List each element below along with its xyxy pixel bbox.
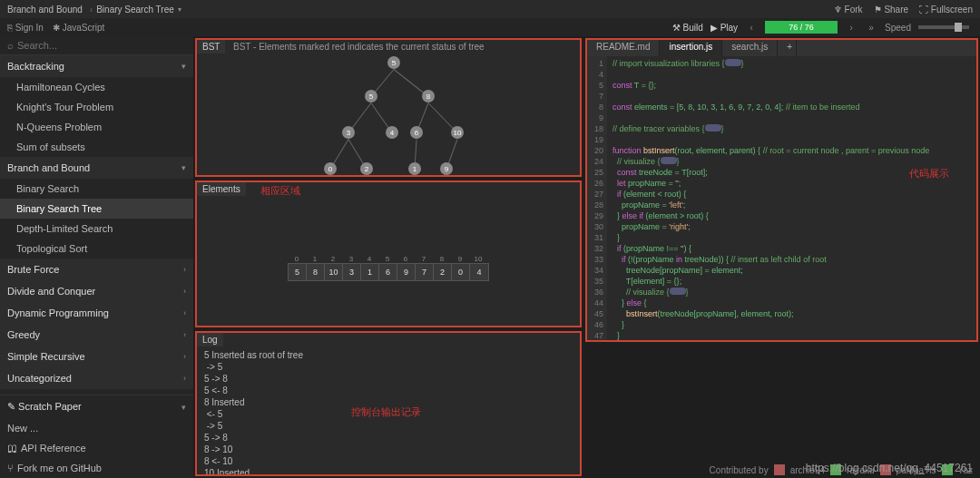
- fork-link[interactable]: ♆ Fork: [834, 5, 863, 15]
- play-button[interactable]: ▶ Play: [710, 23, 738, 33]
- elem-cell[interactable]: 8: [307, 264, 325, 280]
- elem-cell[interactable]: 9: [397, 264, 416, 280]
- tree-node[interactable]: 2: [360, 162, 373, 175]
- sidebar-group-branch-and-bound[interactable]: Branch and Bound▾: [0, 157, 193, 179]
- sidebar-group-divide-and-conquer[interactable]: Divide and Conquer›: [0, 280, 193, 302]
- line-number: 47: [591, 330, 603, 340]
- sidebar-item-binary-search-tree[interactable]: Binary Search Tree: [0, 199, 193, 219]
- line-number: 36: [591, 287, 603, 298]
- progress-bar[interactable]: 76 / 76: [765, 21, 838, 34]
- language-select[interactable]: ✱ JavaScript: [53, 23, 104, 33]
- tab-README-md[interactable]: README.md: [587, 40, 660, 56]
- elem-index: 10: [469, 255, 487, 263]
- tree-node[interactable]: 4: [386, 126, 398, 139]
- log-line: 5 <- 8: [204, 385, 573, 396]
- line-number: 46: [591, 319, 603, 330]
- search-input[interactable]: [17, 40, 186, 51]
- line-number: 44: [591, 298, 603, 308]
- sidebar-item-sum-of-subsets[interactable]: Sum of subsets: [0, 137, 193, 157]
- sidebar-group-backtracking[interactable]: Backtracking▾: [0, 55, 193, 77]
- sidebar-group-simple-recursive[interactable]: Simple Recursive›: [0, 346, 193, 367]
- line-number: 26: [591, 178, 603, 189]
- line-number: 19: [591, 134, 603, 145]
- sidebar-item-topological-sort[interactable]: Topological Sort: [0, 239, 193, 259]
- elem-index: 2: [324, 255, 342, 263]
- log-line: -> 5: [204, 361, 573, 373]
- tree-node[interactable]: 5: [387, 56, 400, 69]
- sidebar-group-uncategorized[interactable]: Uncategorized›: [0, 367, 193, 389]
- log-line: 5 -> 8: [204, 373, 573, 385]
- sidebar-item-n-queens-problem[interactable]: N-Queens Problem: [0, 117, 193, 137]
- sidebar-group-dynamic-programming[interactable]: Dynamic Programming›: [0, 302, 193, 324]
- line-number: 1: [591, 58, 603, 69]
- log-line: -> 5: [204, 420, 573, 432]
- elem-cell[interactable]: 6: [379, 264, 397, 280]
- elem-index: 6: [397, 255, 415, 263]
- sidebar-group-brute-force[interactable]: Brute Force›: [0, 259, 193, 280]
- elements-title: Elements: [197, 182, 246, 196]
- elem-cell[interactable]: 0: [452, 264, 470, 280]
- log-annotation: 控制台输出记录: [351, 405, 421, 419]
- elem-cell[interactable]: 7: [416, 264, 434, 280]
- elem-cell[interactable]: 1: [361, 264, 379, 280]
- share-link[interactable]: ⚑ Share: [874, 5, 908, 15]
- tree-node[interactable]: 5: [365, 90, 377, 102]
- line-number: 27: [591, 189, 603, 200]
- elem-index: 0: [288, 255, 306, 263]
- code-annotation: 代码展示: [909, 167, 949, 180]
- breadcrumb-b[interactable]: Binary Search Tree: [96, 5, 174, 15]
- elem-cell[interactable]: 3: [343, 264, 361, 280]
- line-number: 8: [591, 102, 603, 112]
- tree-node[interactable]: 8: [422, 90, 435, 102]
- sidebar-item-depth-limited-search[interactable]: Depth-Limited Search: [0, 219, 193, 239]
- elem-cell[interactable]: 10: [325, 264, 343, 280]
- skip-end-button[interactable]: »: [865, 23, 877, 33]
- elem-cell[interactable]: 5: [289, 264, 307, 280]
- scratch-paper-header[interactable]: ✎ Scratch Paper▾: [0, 395, 193, 418]
- new-scratch[interactable]: New ...: [0, 418, 193, 438]
- log-line: 8 -> 10: [204, 444, 573, 455]
- line-number: 18: [591, 123, 603, 134]
- elem-cell[interactable]: 2: [434, 264, 452, 280]
- tree-node[interactable]: 6: [410, 126, 423, 139]
- signin-button[interactable]: ⎘ Sign In: [7, 23, 44, 33]
- tree-node[interactable]: 10: [451, 126, 464, 139]
- line-number: 45: [591, 308, 603, 319]
- step-back-button[interactable]: ‹: [745, 23, 758, 33]
- log-panel: Log 控制台输出记录 5 Inserted as root of tree -…: [195, 331, 582, 476]
- add-tab-button[interactable]: +: [778, 40, 797, 56]
- build-button[interactable]: ⚒ Build: [672, 23, 703, 33]
- breadcrumb-a[interactable]: Branch and Bound: [7, 5, 83, 15]
- breadcrumb-sep: ›: [90, 5, 93, 15]
- speed-slider[interactable]: [918, 25, 969, 29]
- tab-search-js[interactable]: search.js: [722, 40, 778, 56]
- sidebar-item-knight-s-tour-problem[interactable]: Knight's Tour Problem: [0, 97, 193, 117]
- elem-index: 9: [451, 255, 469, 263]
- tab-insertion-js[interactable]: insertion.js: [660, 40, 722, 56]
- fullscreen-link[interactable]: ⛶ Fullscreen: [919, 5, 973, 15]
- line-number: 20: [591, 145, 603, 156]
- code-editor[interactable]: // import visualization libraries {} con…: [607, 56, 935, 340]
- fork-github[interactable]: ⑂Fork me on GitHub: [0, 458, 193, 478]
- elem-index: 7: [415, 255, 433, 263]
- sidebar-item-hamiltonean-cycles[interactable]: Hamiltonean Cycles: [0, 77, 193, 97]
- api-reference[interactable]: 🕮API Reference: [0, 438, 193, 458]
- sidebar-item-binary-search[interactable]: Binary Search: [0, 179, 193, 199]
- tree-node[interactable]: 1: [408, 162, 421, 175]
- breadcrumb-caret[interactable]: ▾: [178, 5, 181, 14]
- elem-index: 1: [306, 255, 324, 263]
- log-line: 8 <- 10: [204, 455, 573, 467]
- elem-index: 4: [360, 255, 378, 263]
- elem-cell[interactable]: 4: [470, 264, 488, 280]
- tree-node[interactable]: 3: [342, 126, 355, 139]
- log-title: Log: [197, 333, 223, 346]
- line-number: 33: [591, 254, 603, 265]
- line-number: 31: [591, 232, 603, 243]
- step-fwd-button[interactable]: ›: [845, 23, 858, 33]
- line-number: 24: [591, 156, 603, 167]
- tree-node[interactable]: 0: [324, 162, 337, 175]
- tree-node[interactable]: 9: [440, 162, 453, 175]
- sidebar-group-greedy[interactable]: Greedy›: [0, 324, 193, 346]
- elements-annotation: 相应区域: [260, 184, 300, 198]
- watermark: https://blog.csdn.net/qq_44517261: [806, 462, 973, 474]
